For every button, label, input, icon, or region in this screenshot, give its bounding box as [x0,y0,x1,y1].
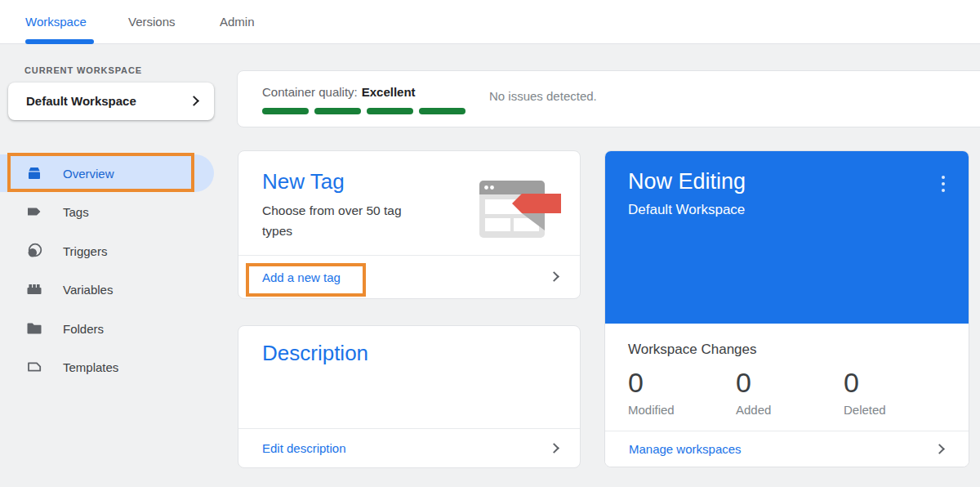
gtm-workspace-screen: Workspace Versions Admin CURRENT WORKSPA… [0,0,980,487]
description-title: Description [262,341,368,366]
quality-bar [262,108,309,114]
container-quality-value: Excellent [362,85,416,99]
add-new-tag-link[interactable]: Add a new tag [262,256,341,298]
container-quality-text: Container quality:Excellent [262,85,416,99]
description-card: Description Edit description [238,325,581,468]
workspace-selector[interactable]: Default Workspace [8,83,214,120]
sidebar-item-tags[interactable]: Tags [0,193,214,230]
sidebar-item-label: Triggers [63,244,107,258]
now-editing-header: Now Editing Default Workspace [605,151,969,324]
workspace-changes-stats: 0 Modified 0 Added 0 Deleted [628,366,886,417]
chevron-right-icon [934,444,945,454]
trigger-icon [24,241,44,261]
sidebar-item-triggers[interactable]: Triggers [0,232,214,270]
tab-versions[interactable]: Versions [128,0,176,43]
sidebar-item-label: Overview [63,167,114,181]
sidebar-item-label: Folders [63,322,104,336]
browser-tag-illustration [476,172,563,251]
tab-admin[interactable]: Admin [220,0,255,43]
sidebar-item-label: Templates [63,360,118,374]
chevron-right-icon [189,96,199,106]
workspace-changes-section: Workspace Changes 0 Modified 0 Added 0 D… [605,324,969,432]
chevron-right-icon [549,271,559,282]
chevron-right-icon [549,443,559,453]
tab-workspace[interactable]: Workspace [25,0,87,43]
tag-icon [24,202,44,221]
new-tag-title: New Tag [262,169,345,194]
sidebar-item-folders[interactable]: Folders [0,310,214,347]
workspace-selector-label: Default Workspace [26,83,136,120]
template-icon [24,357,44,377]
new-tag-card: New Tag Choose from over 50 tag types Ad… [238,150,581,299]
stat-value: 0 [628,366,736,399]
manage-workspaces-action-row[interactable]: Manage workspaces [605,431,969,467]
quality-bar [367,108,413,114]
active-tab-indicator [25,39,94,44]
stat-label: Modified [628,403,736,417]
current-workspace-label: CURRENT WORKSPACE [24,65,142,75]
new-tag-subtitle: Choose from over 50 tag types [262,200,425,241]
container-quality-banner: Container quality:Excellent No issues de… [237,70,980,127]
workspace-changes-title: Workspace Changes [628,342,757,358]
quality-bar [314,108,361,114]
container-quality-label: Container quality: [262,85,358,99]
sidebar-item-variables[interactable]: Variables [0,270,214,308]
manage-workspaces-link[interactable]: Manage workspaces [629,431,742,467]
quality-bar [419,108,466,114]
more-options-kebab-icon[interactable] [936,172,951,195]
sidebar-item-label: Variables [63,283,113,297]
sidebar-item-label: Tags [63,205,89,219]
stat-deleted: 0 Deleted [844,366,886,417]
stat-added: 0 Added [736,366,844,417]
folder-icon [24,319,44,338]
edit-description-action-row[interactable]: Edit description [238,428,580,467]
now-editing-title: Now Editing [628,169,746,194]
sidebar-item-templates[interactable]: Templates [0,348,214,386]
stat-value: 0 [844,366,886,399]
add-new-tag-action-row[interactable]: Add a new tag [238,255,580,298]
sidebar-item-overview[interactable]: Overview [0,154,214,192]
now-editing-card: Now Editing Default Workspace Workspace … [604,150,969,467]
top-navigation: Workspace Versions Admin [0,0,980,44]
overview-box-icon [24,163,44,183]
quality-score-bars [262,108,466,114]
now-editing-workspace-name: Default Workspace [628,202,745,218]
stat-modified: 0 Modified [628,366,736,417]
edit-description-link[interactable]: Edit description [262,429,346,467]
variable-brick-icon [24,279,44,299]
stat-value: 0 [736,366,844,399]
stat-label: Added [736,403,844,417]
quality-status-note: No issues detected. [489,89,597,103]
stat-label: Deleted [844,403,886,417]
